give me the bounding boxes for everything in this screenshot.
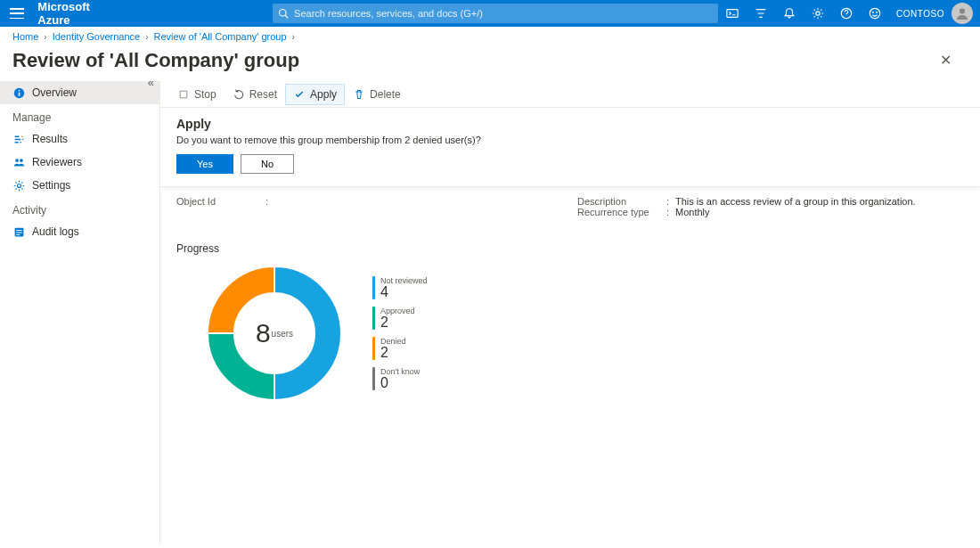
reset-button[interactable]: Reset <box>225 84 285 105</box>
sidebar-item-label: Settings <box>32 179 70 192</box>
legend-item: Don't know0 <box>372 367 428 390</box>
breadcrumb-home[interactable]: Home <box>12 31 38 42</box>
legend-item: Denied2 <box>372 337 428 360</box>
sidebar-item-settings[interactable]: Settings <box>0 174 159 197</box>
toolbar-label: Delete <box>370 88 401 101</box>
svg-rect-2 <box>727 10 738 18</box>
person-icon <box>955 6 969 20</box>
feedback-icon <box>869 7 881 20</box>
detail-label-objectid: Object Id <box>176 196 265 207</box>
chevron-right-icon: › <box>292 32 295 42</box>
help-icon <box>840 7 853 20</box>
legend-color-bar <box>372 307 375 330</box>
detail-value-description: This is an access review of a group in t… <box>675 196 964 207</box>
gear-icon <box>812 7 824 20</box>
stop-button[interactable]: Stop <box>169 84 225 105</box>
check-icon <box>293 88 306 101</box>
svg-point-3 <box>816 12 820 15</box>
sidebar-item-audit-logs[interactable]: Audit logs <box>0 220 159 243</box>
chevron-double-left-icon: « <box>148 76 154 89</box>
legend-color-bar <box>372 337 375 360</box>
svg-point-14 <box>20 141 21 143</box>
close-button[interactable]: ✕ <box>933 48 959 72</box>
detail-row: Recurrence type : Monthly <box>176 207 964 217</box>
directories-button[interactable] <box>747 0 775 27</box>
svg-line-1 <box>285 15 288 18</box>
settings-button[interactable] <box>804 0 832 27</box>
breadcrumb-identity-governance[interactable]: Identity Governance <box>53 31 140 42</box>
svg-rect-10 <box>18 92 20 95</box>
audit-logs-icon <box>12 225 25 238</box>
toolbar-label: Apply <box>310 88 337 101</box>
breadcrumb: Home › Identity Governance › Review of '… <box>0 27 980 46</box>
detail-value-objectid <box>274 196 577 207</box>
legend-value: 2 <box>380 315 415 330</box>
hamburger-icon <box>10 8 24 19</box>
cloud-shell-icon <box>726 7 739 20</box>
search-input[interactable] <box>294 8 713 19</box>
legend-value: 0 <box>380 376 420 390</box>
donut-total-value: 8 <box>256 318 271 348</box>
reset-icon <box>233 88 245 101</box>
no-button[interactable]: No <box>241 154 294 174</box>
help-button[interactable] <box>832 0 861 27</box>
sidebar-item-results[interactable]: Results <box>0 127 159 151</box>
detail-label-recurrence: Recurrence type <box>577 207 666 217</box>
sidebar-item-overview[interactable]: Overview <box>0 81 159 104</box>
content-area: Stop Reset Apply Delete <box>160 81 980 545</box>
toolbar-label: Stop <box>194 88 216 101</box>
search-icon <box>278 8 289 19</box>
sidebar-item-reviewers[interactable]: Reviewers <box>0 151 159 174</box>
toolbar-label: Reset <box>249 88 277 101</box>
command-bar: Stop Reset Apply Delete <box>160 81 980 108</box>
cloud-shell-button[interactable] <box>718 0 747 27</box>
delete-button[interactable]: Delete <box>345 84 409 105</box>
feedback-button[interactable] <box>861 0 889 27</box>
sidebar-item-label: Results <box>32 133 68 145</box>
progress-donut-chart: 8 users <box>203 262 346 405</box>
sidebar-item-label: Overview <box>32 86 77 99</box>
svg-point-13 <box>21 138 23 140</box>
sidebar: « Overview Manage Results Reviewers Sett <box>0 81 160 545</box>
detail-row: Object Id : Description : This is an acc… <box>176 196 964 207</box>
brand-label: Microsoft Azure <box>37 0 121 27</box>
search-box[interactable] <box>273 4 718 23</box>
svg-point-5 <box>870 8 879 18</box>
gear-icon <box>12 179 25 192</box>
banner-title: Apply <box>176 117 964 131</box>
details-section: Object Id : Description : This is an acc… <box>160 187 980 226</box>
donut-total-label: users <box>272 329 293 339</box>
banner-message: Do you want to remove this group members… <box>176 135 964 145</box>
svg-rect-19 <box>16 230 22 231</box>
banner-buttons: Yes No <box>176 154 964 174</box>
bell-icon <box>783 7 796 20</box>
collapse-sidebar-button[interactable]: « <box>148 76 154 89</box>
delete-icon <box>353 88 365 101</box>
legend-value: 2 <box>380 346 406 360</box>
yes-button[interactable]: Yes <box>176 154 233 174</box>
sidebar-heading-activity: Activity <box>0 197 159 220</box>
chevron-right-icon: › <box>44 32 46 42</box>
user-avatar[interactable] <box>951 3 973 24</box>
menu-button[interactable] <box>0 8 34 19</box>
detail-value-recurrence: Monthly <box>675 207 964 217</box>
progress-heading: Progress <box>176 242 964 255</box>
progress-section: Progress 8 users Not reviewed4Approved2D… <box>160 226 980 421</box>
legend-color-bar <box>372 276 375 299</box>
svg-rect-20 <box>16 232 22 233</box>
results-icon <box>12 133 25 145</box>
apply-button[interactable]: Apply <box>285 84 345 105</box>
notifications-button[interactable] <box>775 0 804 27</box>
breadcrumb-current[interactable]: Review of 'All Company' group <box>153 31 286 42</box>
top-icon-bar: CONTOSO <box>718 0 980 27</box>
page-title: Review of 'All Company' group <box>12 49 299 72</box>
sidebar-item-label: Audit logs <box>32 225 79 238</box>
svg-point-17 <box>17 184 20 187</box>
svg-point-7 <box>877 12 878 12</box>
svg-point-15 <box>15 159 19 162</box>
svg-point-6 <box>872 12 873 12</box>
legend-value: 4 <box>380 285 428 299</box>
svg-rect-21 <box>16 233 20 234</box>
close-icon: ✕ <box>940 53 951 68</box>
filter-icon <box>755 7 767 20</box>
